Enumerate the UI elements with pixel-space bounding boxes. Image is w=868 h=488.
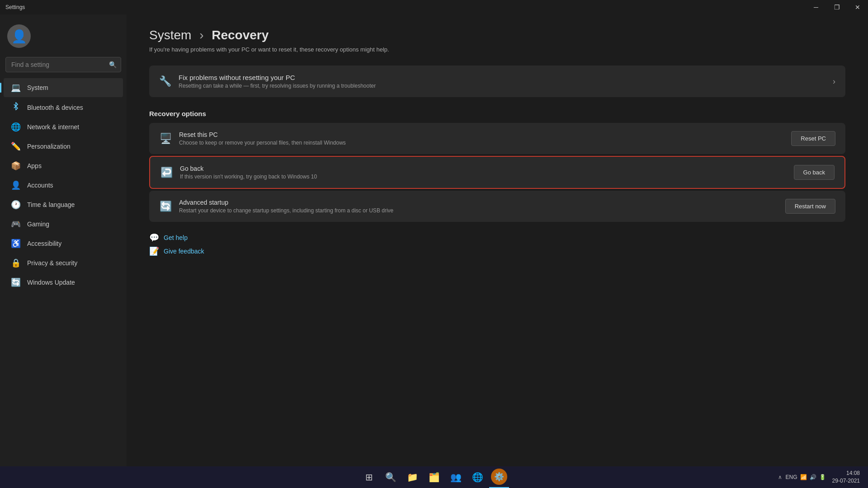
- sidebar-item-label: Accessibility: [27, 240, 61, 247]
- sidebar-item-gaming[interactable]: 🎮 Gaming: [4, 215, 123, 234]
- sidebar-item-time[interactable]: 🕐 Time & language: [4, 195, 123, 214]
- go-back-icon: ↩️: [160, 167, 173, 178]
- reset-pc-text: Reset this PC Choose to keep or remove y…: [179, 131, 791, 146]
- links-section: 💬 Get help 📝 Give feedback: [149, 233, 845, 256]
- start-icon: ⊞: [365, 472, 373, 483]
- store-icon: 🗂️: [429, 472, 440, 483]
- get-help-icon: 💬: [149, 233, 159, 243]
- search-box[interactable]: 🔍: [5, 57, 121, 72]
- advanced-startup-card: 🔄 Advanced startup Restart your device t…: [149, 191, 845, 222]
- breadcrumb-parent: System: [149, 28, 191, 42]
- window-title: Settings: [5, 4, 25, 10]
- edge-button[interactable]: 🌐: [467, 466, 487, 488]
- give-feedback-link[interactable]: 📝 Give feedback: [149, 246, 845, 256]
- sidebar-item-privacy[interactable]: 🔒 Privacy & security: [4, 253, 123, 272]
- main-content: System › Recovery If you're having probl…: [127, 14, 868, 466]
- settings-tray-icon: ⚙️: [491, 469, 507, 485]
- avatar: 👤: [7, 24, 31, 48]
- advanced-startup-title: Advanced startup: [179, 199, 785, 206]
- language-indicator: ENG: [786, 474, 797, 480]
- taskbar-right: ∧ ENG 📶 🔊 🔋 14:08 29-07-2021: [778, 469, 863, 486]
- fix-card-desc: Resetting can take a while — first, try …: [179, 83, 833, 89]
- sidebar-item-bluetooth[interactable]: Bluetooth & devices: [4, 98, 123, 117]
- settings-taskbar-button[interactable]: ⚙️: [489, 466, 509, 488]
- sidebar-item-accounts[interactable]: 👤 Accounts: [4, 176, 123, 195]
- go-back-text: Go back If this version isn't working, t…: [180, 165, 794, 180]
- breadcrumb: System › Recovery: [149, 28, 845, 42]
- go-back-button[interactable]: Go back: [794, 165, 835, 180]
- maximize-button[interactable]: ❐: [826, 0, 847, 14]
- clock-date: 29-07-2021: [832, 477, 860, 485]
- sidebar-item-label: Gaming: [27, 221, 49, 228]
- sidebar-item-label: Accounts: [27, 182, 53, 189]
- restart-now-button[interactable]: Restart now: [785, 199, 835, 214]
- reset-pc-desc: Choose to keep or remove your personal f…: [179, 140, 791, 146]
- clock[interactable]: 14:08 29-07-2021: [830, 469, 863, 486]
- sidebar-item-label: System: [27, 84, 48, 91]
- user-profile: 👤: [0, 19, 127, 57]
- privacy-icon: 🔒: [11, 258, 21, 268]
- fix-problems-icon: 🔧: [159, 75, 171, 87]
- search-input[interactable]: [5, 57, 121, 72]
- reset-pc-button[interactable]: Reset PC: [791, 131, 835, 146]
- reset-pc-icon: 🖥️: [159, 133, 172, 145]
- breadcrumb-current: Recovery: [212, 28, 269, 42]
- file-explorer-button[interactable]: 📁: [402, 466, 422, 488]
- system-tray: ENG 📶 🔊 🔋: [786, 474, 826, 480]
- nav-menu: 💻 System Bluetooth & devices 🌐 Network &…: [0, 78, 127, 292]
- advanced-startup-text: Advanced startup Restart your device to …: [179, 199, 785, 214]
- taskbar-center: ⊞ 🔍 📁 🗂️ 👥 🌐 ⚙️: [359, 466, 509, 488]
- system-tray-expand[interactable]: ∧: [778, 474, 782, 480]
- taskbar-search-button[interactable]: 🔍: [381, 466, 401, 488]
- teams-button[interactable]: 👥: [446, 466, 466, 488]
- apps-icon: 📦: [11, 161, 21, 171]
- taskbar: ⊞ 🔍 📁 🗂️ 👥 🌐 ⚙️ ∧ ENG 📶 🔊 🔋 14:08: [0, 466, 868, 488]
- start-button[interactable]: ⊞: [359, 466, 379, 488]
- recovery-options-title: Recovery options: [149, 110, 845, 117]
- gaming-icon: 🎮: [11, 219, 21, 229]
- go-back-desc: If this version isn't working, try going…: [180, 174, 794, 180]
- system-icon: 💻: [11, 83, 21, 93]
- clock-time: 14:08: [832, 469, 860, 477]
- personalization-icon: ✏️: [11, 141, 21, 151]
- breadcrumb-separator: ›: [199, 28, 203, 42]
- battery-icon: 🔋: [819, 474, 826, 480]
- wifi-icon: 📶: [800, 474, 807, 480]
- title-bar: Settings ─ ❐ ✕: [0, 0, 868, 14]
- bluetooth-icon: [11, 102, 21, 113]
- sidebar-item-accessibility[interactable]: ♿ Accessibility: [4, 234, 123, 253]
- go-back-card: ↩️ Go back If this version isn't working…: [149, 156, 845, 189]
- go-back-title: Go back: [180, 165, 794, 172]
- sidebar-item-label: Time & language: [27, 201, 75, 208]
- search-icon: 🔍: [109, 61, 117, 68]
- store-button[interactable]: 🗂️: [424, 466, 444, 488]
- minimize-button[interactable]: ─: [806, 0, 826, 14]
- taskbar-search-icon: 🔍: [385, 472, 396, 483]
- fix-problems-card[interactable]: 🔧 Fix problems without resetting your PC…: [149, 66, 845, 97]
- sidebar-item-label: Network & internet: [27, 123, 79, 131]
- edge-icon: 🌐: [472, 472, 483, 483]
- sidebar-item-system[interactable]: 💻 System: [4, 78, 123, 97]
- window-controls: ─ ❐ ✕: [806, 0, 868, 14]
- sidebar-item-label: Windows Update: [27, 279, 75, 286]
- get-help-link[interactable]: 💬 Get help: [149, 233, 845, 243]
- fix-card-text: Fix problems without resetting your PC R…: [179, 74, 833, 89]
- accessibility-icon: ♿: [11, 239, 21, 249]
- sidebar-item-personalization[interactable]: ✏️ Personalization: [4, 137, 123, 156]
- volume-icon: 🔊: [810, 474, 816, 480]
- app-container: 👤 🔍 💻 System Bluetooth & devices: [0, 14, 868, 466]
- give-feedback-icon: 📝: [149, 246, 159, 256]
- sidebar-item-windows-update[interactable]: 🔄 Windows Update: [4, 273, 123, 292]
- sidebar-item-label: Personalization: [27, 143, 71, 150]
- sidebar-item-network[interactable]: 🌐 Network & internet: [4, 117, 123, 136]
- reset-pc-card: 🖥️ Reset this PC Choose to keep or remov…: [149, 123, 845, 154]
- sidebar-item-label: Privacy & security: [27, 259, 77, 267]
- sidebar-item-apps[interactable]: 📦 Apps: [4, 156, 123, 175]
- advanced-startup-icon: 🔄: [159, 201, 172, 212]
- time-icon: 🕐: [11, 200, 21, 210]
- network-icon: 🌐: [11, 122, 21, 132]
- close-button[interactable]: ✕: [847, 0, 868, 14]
- file-explorer-icon: 📁: [407, 472, 418, 483]
- sidebar-item-label: Bluetooth & devices: [27, 104, 83, 111]
- sidebar-item-label: Apps: [27, 162, 42, 169]
